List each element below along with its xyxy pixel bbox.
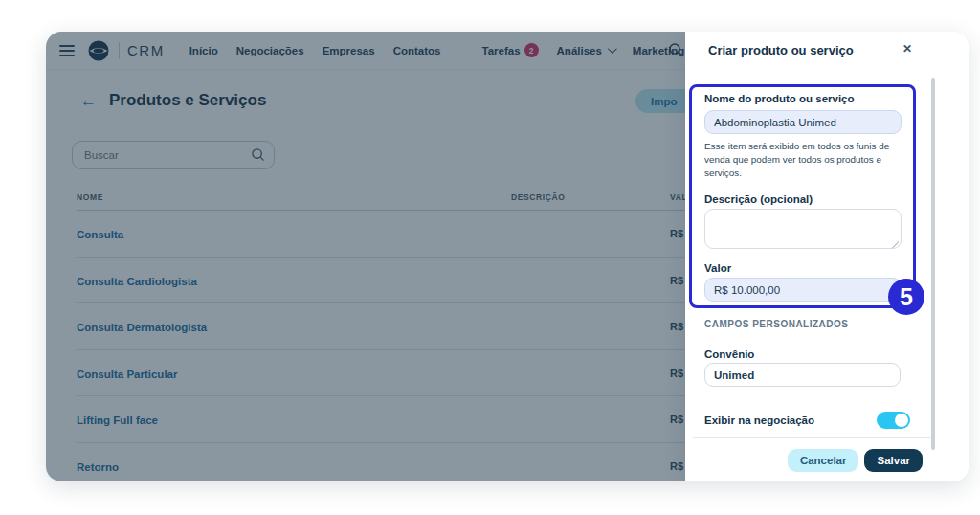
annotation-highlight-box: Nome do produto ou serviço Esse item ser… — [689, 84, 916, 308]
create-product-drawer: Criar produto ou serviço ✕ Nome do produ… — [685, 32, 969, 481]
drawer-footer: Cancelar Salvar — [704, 449, 923, 472]
description-textarea[interactable] — [704, 209, 902, 249]
divider — [693, 437, 934, 438]
valor-field-label: Valor — [704, 262, 902, 274]
close-icon[interactable]: ✕ — [902, 42, 912, 56]
save-button[interactable]: Salvar — [864, 449, 923, 472]
description-field-label: Descrição (opcional) — [704, 193, 902, 205]
scrollbar[interactable] — [931, 78, 935, 450]
app-window: CRM Início Negociações Empresas Contatos… — [46, 32, 969, 481]
page: CRM Início Negociações Empresas Contatos… — [0, 0, 980, 515]
convenio-input[interactable] — [704, 363, 901, 387]
cancel-button[interactable]: Cancelar — [788, 449, 859, 472]
toggle-knob — [895, 414, 908, 427]
valor-input[interactable] — [704, 278, 902, 302]
toggle-row: Exibir na negociação — [704, 412, 910, 429]
name-field-label: Nome do produto ou serviço — [704, 93, 855, 104]
drawer-title: Criar produto ou serviço — [708, 43, 854, 57]
convenio-field-label: Convênio — [704, 348, 754, 360]
product-name-input[interactable] — [704, 110, 902, 134]
description-field-wrap — [704, 209, 902, 253]
name-helper-text: Esse item será exibido em todos os funis… — [704, 140, 902, 180]
toggle-label: Exibir na negociação — [704, 414, 814, 426]
exibir-negociacao-toggle[interactable] — [877, 412, 910, 429]
drawer-header: Criar produto ou serviço ✕ — [685, 32, 969, 70]
modal-backdrop[interactable] — [46, 32, 685, 481]
annotation-step-badge: 5 — [888, 279, 924, 315]
custom-fields-section-title: CAMPOS PERSONALIZADOS — [704, 319, 849, 329]
